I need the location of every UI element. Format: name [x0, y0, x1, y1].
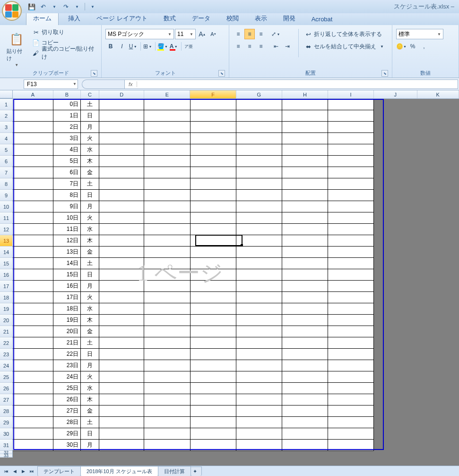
cell[interactable]	[99, 258, 144, 269]
next-sheet-button[interactable]: ▶	[19, 467, 27, 476]
cell[interactable]	[191, 258, 236, 269]
row-header[interactable]: 14	[0, 247, 13, 258]
col-header-F[interactable]: F	[190, 90, 236, 98]
cell[interactable]: 3日	[53, 133, 81, 144]
comma-button[interactable]: ,	[419, 41, 429, 52]
cell[interactable]	[144, 110, 190, 122]
cell[interactable]	[374, 383, 417, 394]
cell[interactable]	[417, 99, 459, 110]
align-bottom-button[interactable]: ≡	[256, 29, 266, 39]
cell[interactable]: 水	[81, 144, 99, 156]
format-painter-button[interactable]: 🖌書式のコピー/貼り付け	[32, 48, 97, 58]
cell[interactable]	[374, 133, 417, 144]
cell[interactable]	[13, 451, 53, 454]
cell[interactable]	[144, 133, 190, 144]
cell[interactable]	[13, 212, 53, 224]
cell[interactable]: 29日	[53, 428, 81, 440]
cell[interactable]	[236, 428, 282, 440]
cell[interactable]	[99, 235, 144, 247]
cell[interactable]	[236, 405, 282, 417]
cell[interactable]: 木	[81, 156, 99, 167]
select-all-corner[interactable]	[0, 90, 13, 98]
row-header[interactable]: 33	[0, 454, 13, 458]
cell[interactable]: 金	[81, 405, 99, 417]
cell[interactable]: 19日	[53, 315, 81, 326]
cell[interactable]	[328, 417, 374, 428]
grid[interactable]: ABCDEFGHIJK10日土21日日32日月43日火54日水65日木76日金8…	[0, 90, 459, 458]
cell[interactable]	[81, 454, 99, 458]
cell[interactable]	[282, 178, 328, 190]
cell[interactable]	[374, 269, 417, 281]
cell[interactable]	[144, 201, 190, 212]
cell[interactable]	[191, 156, 236, 167]
cell[interactable]	[282, 212, 328, 224]
cell[interactable]: 日	[81, 110, 99, 122]
cell[interactable]	[13, 269, 53, 281]
cell[interactable]: 月	[81, 360, 99, 371]
cell[interactable]	[191, 337, 236, 349]
cell[interactable]	[328, 122, 374, 133]
cell[interactable]	[144, 99, 190, 110]
cell[interactable]	[144, 303, 190, 315]
cell[interactable]	[374, 122, 417, 133]
cell[interactable]: 13日	[53, 247, 81, 258]
cell[interactable]	[99, 178, 144, 190]
cell[interactable]: 木	[81, 394, 99, 405]
cell[interactable]	[13, 110, 53, 122]
cell[interactable]	[282, 190, 328, 201]
cell[interactable]: 火	[81, 212, 99, 224]
cell[interactable]	[282, 417, 328, 428]
ribbon-tab-ページ レイアウト[interactable]: ページ レイアウト	[90, 12, 154, 25]
cell[interactable]	[328, 212, 374, 224]
sheet-tab[interactable]: テンプレート	[37, 466, 81, 476]
cell[interactable]: 木	[81, 315, 99, 326]
cell[interactable]	[191, 371, 236, 383]
cell[interactable]	[13, 99, 53, 110]
cell[interactable]: 8日	[53, 190, 81, 201]
cell[interactable]	[191, 428, 236, 440]
merge-center-button[interactable]: ⬌セルを結合して中央揃え▼	[304, 41, 384, 52]
cell[interactable]	[99, 281, 144, 292]
cell[interactable]	[191, 178, 236, 190]
cell[interactable]	[328, 326, 374, 337]
col-header-C[interactable]: C	[81, 90, 99, 98]
cell[interactable]	[236, 383, 282, 394]
cell[interactable]: 14日	[53, 258, 81, 269]
orientation-button[interactable]: ⤢▼	[271, 29, 281, 39]
cell[interactable]	[417, 212, 459, 224]
cell[interactable]	[99, 405, 144, 417]
cell[interactable]	[99, 360, 144, 371]
cell[interactable]	[374, 156, 417, 167]
cell[interactable]: 18日	[53, 303, 81, 315]
cell[interactable]	[191, 144, 236, 156]
cell[interactable]	[144, 122, 190, 133]
number-format-combo[interactable]: 標準▼	[396, 29, 443, 39]
cell[interactable]	[13, 326, 53, 337]
cell[interactable]	[374, 349, 417, 360]
col-header-I[interactable]: I	[328, 90, 374, 98]
cell[interactable]	[417, 405, 459, 417]
cell[interactable]	[99, 326, 144, 337]
cell[interactable]	[417, 315, 459, 326]
cell[interactable]: 木	[81, 235, 99, 247]
cell[interactable]	[236, 337, 282, 349]
cell[interactable]	[374, 454, 417, 458]
col-header-J[interactable]: J	[374, 90, 417, 98]
cell[interactable]	[13, 167, 53, 178]
name-box[interactable]: F13▼	[24, 79, 78, 89]
cell[interactable]: 21日	[53, 337, 81, 349]
cell[interactable]	[282, 156, 328, 167]
decrease-indent-button[interactable]: ⇤	[271, 41, 281, 52]
cell[interactable]	[236, 122, 282, 133]
cell[interactable]	[99, 315, 144, 326]
cell[interactable]	[99, 451, 144, 454]
cell[interactable]	[236, 133, 282, 144]
cell[interactable]	[282, 235, 328, 247]
cell[interactable]	[282, 99, 328, 110]
wrap-text-button[interactable]: ↩折り返して全体を表示する	[304, 29, 384, 39]
cell[interactable]	[53, 454, 81, 458]
cell[interactable]: 月	[81, 122, 99, 133]
align-top-button[interactable]: ≡	[233, 29, 243, 39]
cell[interactable]	[99, 371, 144, 383]
row-header[interactable]: 25	[0, 371, 13, 383]
